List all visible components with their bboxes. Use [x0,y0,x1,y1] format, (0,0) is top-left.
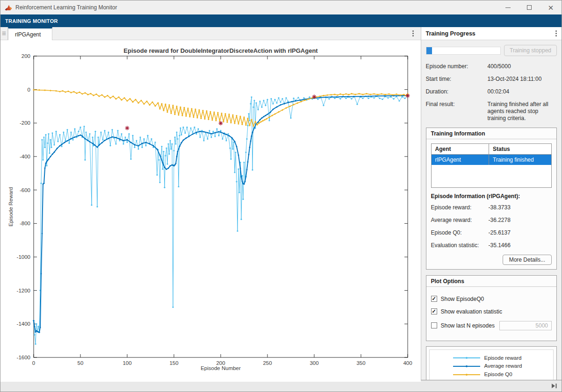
field-label: Duration: [426,88,488,95]
progress-field-row: Episode number:400/5000 [426,63,557,70]
n-episodes-input[interactable]: 5000 [499,321,552,330]
matlab-logo-icon [5,4,12,11]
table-header-status: Status [489,144,552,155]
checkbox-unchecked[interactable] [431,322,437,328]
minimize-button[interactable] [497,0,519,14]
y-axis-label: Episode Reward [8,187,14,226]
y-tick-label: -600 [20,187,30,193]
checkbox-checked[interactable]: ✓ [431,308,437,314]
table-filler [431,165,552,187]
legend-item: Average reward [432,363,552,370]
figure-canvas: 0501001502002503003504002000-200-400-600… [0,40,421,382]
agents-table: AgentStatus rlPGAgentTraining finished [431,143,552,188]
reward-chart: 0501001502002503003504002000-200-400-600… [0,40,420,380]
window-title: Reinforcement Learning Training Monitor [15,4,117,11]
ellipsis-icon [412,30,414,36]
panel-header: Training Progress [421,27,562,40]
stat-value: -36.2278 [489,217,511,223]
legend-sample [453,374,480,375]
legend-marker-dot [466,374,468,376]
table-row[interactable]: rlPGAgentTraining finished [431,155,552,165]
field-label: Start time: [426,76,488,83]
episode-stats: Episode reward:-38.3733Average reward:-3… [431,204,552,249]
stat-label: Episode reward: [431,204,489,211]
panel-menu-button[interactable] [555,30,557,36]
expand-panel-icon[interactable] [551,383,557,389]
minimize-icon [505,7,511,8]
legend-marker-dot [466,357,468,359]
episode-information-title: Episode Information (rlPGAgent): [431,193,552,200]
stat-label: Episode Q0: [431,229,489,236]
stat-value: -25.6137 [489,229,511,236]
ribbon-label: TRAINING MONITOR [5,18,58,24]
progress-field-row: Duration:00:02:04 [426,88,557,95]
stat-value: -35.1466 [489,242,511,249]
stat-row: Episode Q0:-25.6137 [431,229,552,236]
y-tick-label: -1200 [17,288,30,293]
progress-fill [426,47,432,54]
training-stopped-button[interactable]: Training stopped [504,45,557,56]
checkbox-label: Show evaluation statistic [441,308,502,315]
status-cell: Training finished [489,155,552,165]
tab-grip-icon[interactable]: ☰ [0,27,8,40]
stat-row: Episode reward:-38.3733 [431,204,552,211]
x-tick-label: 100 [122,360,131,366]
y-tick-label: -800 [20,221,30,226]
legend-label: Average reward [484,363,522,370]
x-tick-label: 0 [32,360,35,366]
checkbox-checked[interactable]: ✓ [431,296,437,302]
y-tick-label: 200 [22,53,30,59]
legend-item: Episode reward [432,355,552,362]
x-tick-label: 300 [310,360,318,366]
x-tick-label: 50 [78,360,84,366]
x-axis-label: Episode Number [201,365,241,371]
maximize-icon [527,5,532,10]
legend-label: Episode Q0 [484,371,512,378]
chart-legend: Episode rewardAverage rewardEpisode Q0Ev… [429,349,554,380]
legend-label: Episode reward [484,355,522,362]
legend-marker-dot [466,365,468,367]
table-filler-row [431,165,552,187]
tab-strip: ☰ rlPGAgent [0,27,421,40]
x-tick-label: 250 [263,360,272,366]
plot-area [34,56,408,357]
progress-field-row: Start time:13-Oct-2024 18:11:00 [426,76,557,83]
tab-label: rlPGAgent [15,31,41,38]
x-tick-label: 400 [403,360,412,366]
plot-options-box: Plot Options ✓Show EpisodeQ0✓Show evalua… [426,275,557,341]
stat-row: Evaluation statistic:-35.1466 [431,242,552,249]
titlebar: Reinforcement Learning Training Monitor … [0,0,562,14]
progress-row: Training stopped [426,45,557,56]
progress-fields: Episode number:400/5000Start time:13-Oct… [426,63,557,122]
maximize-button[interactable] [519,0,540,14]
close-icon: ✕ [548,4,554,11]
plot-options-header: Plot Options [426,276,557,287]
legend-box: Episode rewardAverage rewardEpisode Q0Ev… [426,346,557,380]
training-information-header: Training Information [426,128,557,139]
asterisk-marker [125,126,130,130]
app-window: Reinforcement Learning Training Monitor … [0,0,562,392]
legend-sample [453,357,480,358]
field-value: Training finished after all agents reach… [488,101,557,122]
x-tick-label: 350 [356,360,365,366]
table-header-agent: Agent [431,144,489,155]
close-button[interactable]: ✕ [540,0,562,14]
training-information-box: Training Information AgentStatus rlPGAge… [426,128,557,270]
more-details-button[interactable]: More Details... [503,255,552,265]
tabstrip-menu-button[interactable] [406,27,421,40]
y-tick-label: -1600 [17,355,30,360]
y-tick-label: -400 [20,154,30,159]
stat-label: Evaluation statistic: [431,242,489,249]
stat-row: Average reward:-36.2278 [431,217,552,223]
legend-item: Episode Q0 [432,371,552,378]
ribbon-training-monitor: TRAINING MONITOR [0,14,562,27]
asterisk-marker [406,93,410,98]
y-tick-label: 0 [28,87,30,93]
field-value: 00:02:04 [488,88,557,95]
progress-field-row: Final result:Training finished after all… [426,101,557,122]
stat-value: -38.3733 [489,204,511,211]
legend-sample [453,366,480,367]
chart-title: Episode reward for DoubleIntegratorDiscr… [123,47,318,54]
tab-rlpgagent[interactable]: rlPGAgent [8,27,52,40]
y-tick-label: -200 [20,120,30,126]
